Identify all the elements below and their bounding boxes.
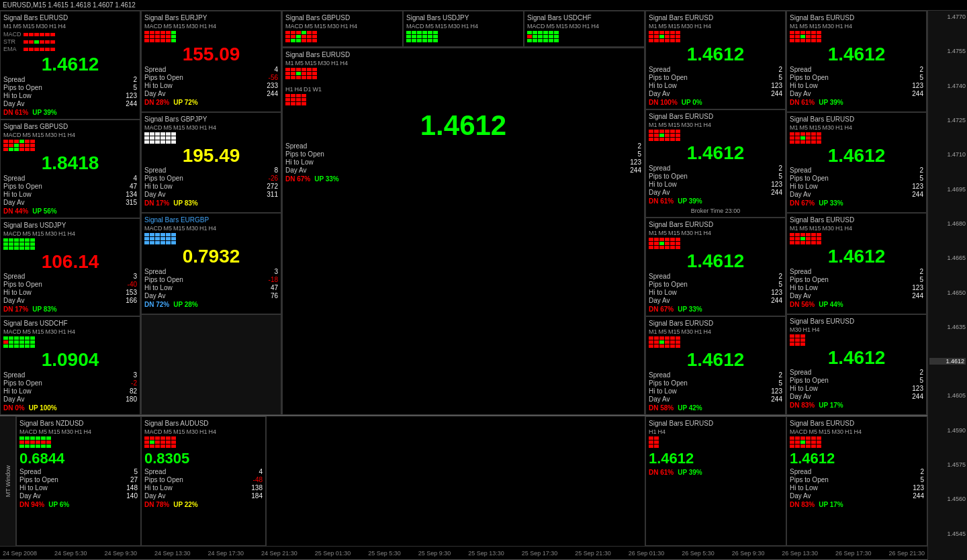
time-label-3: 24 Sep 9:30 [105,550,138,557]
panel-eurgbp: Signal Bars EURGBP MACDM5M15M30H1H4 [141,213,281,314]
scale-1: 1.4770 [929,13,966,20]
price-eurusd-large: 1.4612 [285,109,641,142]
right-sidebar: 1.4770 1.4755 1.4740 1.4725 1.4710 1.469… [927,11,967,560]
scale-11: 1.4605 [929,392,966,399]
panel-title-usdjpy-c: Signal Bars USDJPY [406,14,520,21]
main-container: EURUSD,M15 1.4615 1.4618 1.4607 1.4612 S… [0,0,967,560]
time-label-13: 26 Sep 01:30 [629,550,665,557]
time-label-5: 24 Sep 17:30 [208,550,244,557]
panel-title-eurusd-large: Signal Bars EURUSD [285,51,641,58]
panel-gbpjpy: Signal Bars GBPJPY MACDM5M15M30H1H4 [141,112,281,214]
panel-usdjpy: Signal Bars USDJPY MACDM5M15M30H1H4 [0,218,140,317]
content-area: Signal Bars EURUSD M1M5M15M30H1H4 MACD [0,11,967,560]
panel-title-r1: Signal Bars EURUSD [649,14,782,21]
price-usdjpy: 106.14 [3,252,137,273]
panel-title-audusd: Signal Bars AUDUSD [144,420,263,427]
panel-gbpusd: Signal Bars GBPUSD MACDM5M15M30H1H4 [0,120,140,218]
scale-2: 1.4755 [929,48,966,54]
scale-12: 1.4590 [929,427,966,434]
panel-title-gbpusd-c: Signal Bars GBPUSD [285,14,400,21]
panel-eurusd-r8: Signal Bars EURUSD M30H1H4 [786,314,927,416]
time-label-16: 26 Sep 13:30 [782,550,818,557]
panel-title-eurjpy: Signal Bars EURJPY [144,14,278,21]
time-label-15: 26 Sep 9:30 [732,550,765,557]
chart-panels: Signal Bars EURUSD M1M5M15M30H1H4 MACD [0,11,927,560]
time-label-8: 25 Sep 5:30 [368,550,401,557]
symbol-label: EURUSD,M15 [3,1,46,9]
panel-eurusd-large: Signal Bars EURUSD M1M5M15M30H1H4 [282,48,645,415]
price-eurusd: 1.4612 [3,54,137,75]
panel-title-r3: Signal Bars EURUSD [649,221,782,228]
panel-eurjpy: Signal Bars EURJPY MACDM5M15M30H1H4 [141,11,281,112]
scale-7: 1.4680 [929,220,966,227]
price-r5: 1.4612 [790,44,923,65]
broker-time: Broker Time 23:00 [649,207,782,214]
time-label-7: 25 Sep 01:30 [315,550,351,557]
panel-title-br2: Signal Bars EURUSD [790,420,924,427]
time-label-17: 26 Sep 17:30 [835,550,872,557]
panel-gbpusd-center: Signal Bars GBPUSD MACDM5M15M30H1H4 [282,11,403,47]
scale-3: 1.4740 [929,83,966,89]
time-label-11: 25 Sep 17:30 [522,550,558,557]
price-r8: 1.4612 [790,348,923,369]
panel-title-usdchf: Signal Bars USDCHF [3,320,137,327]
panel-title-r4: Signal Bars EURUSD [649,320,782,327]
price-gbpjpy: 195.49 [144,146,278,167]
scale-5: 1.4710 [929,151,966,158]
price-r2: 1.4612 [649,143,782,164]
scale-9: 1.4650 [929,289,966,296]
scale-13: 1.4575 [929,461,966,468]
panel-eurusd-r4: Signal Bars EURUSD M1M5M15M30H1H4 [645,316,786,415]
panel-title-usdchf-c: Signal Bars USDCHF [527,14,641,21]
price-r4: 1.4612 [649,350,782,371]
panel-eurusd-main: Signal Bars EURUSD M1M5M15M30H1H4 MACD [0,11,140,120]
panel-eurusd-r2: Signal Bars EURUSD M1M5M15M30H1H4 [645,109,786,218]
panel-eurusd-r7: Signal Bars EURUSD M1M5M15M30H1H4 [786,213,927,314]
price-info: 1.4615 1.4618 1.4607 1.4612 [48,1,136,9]
time-label-2: 24 Sep 5:30 [54,550,87,557]
time-label-10: 25 Sep 13:30 [468,550,504,557]
panel-title-r7: Signal Bars EURUSD [790,216,923,224]
scale-10: 1.4635 [929,324,966,330]
price-eurjpy: 155.09 [144,44,278,65]
price-scale: 1.4770 1.4755 1.4740 1.4725 1.4710 1.469… [928,11,967,560]
time-labels: 24 Sep 2008 24 Sep 5:30 24 Sep 9:30 24 S… [3,550,925,557]
time-axis: 24 Sep 2008 24 Sep 5:30 24 Sep 9:30 24 S… [0,546,927,559]
price-nzdusd: 0.6844 [19,450,138,467]
scale-15: 1.4545 [929,530,966,537]
panel-empty1 [141,314,281,416]
price-br2: 1.4612 [790,450,924,467]
time-label-14: 26 Sep 5:30 [682,550,715,557]
scale-14: 1.4560 [929,496,966,502]
panel-eurusd-r3: Signal Bars EURUSD M1M5M15M30H1H4 [645,218,786,316]
panel-audusd: Signal Bars AUDUSD MACDM5M15M30H1H4 [141,416,266,546]
scale-4: 1.4725 [929,117,966,124]
panel-eurusd-br2: Signal Bars EURUSD MACDM5M15M30H1H4 [786,416,927,546]
time-label-1: 24 Sep 2008 [3,550,37,557]
panel-usdchf: Signal Bars USDCHF MACDM5M15M30H1H4 [0,316,140,415]
scale-current: 1.4612 [929,358,966,365]
panel-eurusd-r1: Signal Bars EURUSD M1M5M15M30H1H4 [645,11,786,109]
price-r6: 1.4612 [790,146,923,167]
panel-title-r2: Signal Bars EURUSD [649,113,782,120]
time-label-18: 26 Sep 21:30 [888,550,925,557]
panel-title-r5: Signal Bars EURUSD [790,14,923,21]
time-label-4: 24 Sep 13:30 [154,550,191,557]
panel-title-usdjpy: Signal Bars USDJPY [3,222,137,229]
price-br1: 1.4612 [649,450,783,467]
panel-title-gbpusd: Signal Bars GBPUSD [3,123,137,130]
panel-title-gbpjpy: Signal Bars GBPJPY [144,115,278,123]
time-label-9: 25 Sep 9:30 [418,550,451,557]
panel-usdjpy-center: Signal Bars USDJPY MACDM5M15M30H1H4 [403,11,524,47]
time-label-6: 24 Sep 21:30 [261,550,297,557]
panel-title-br1: Signal Bars EURUSD [649,420,783,427]
panel-title-nzdusd: Signal Bars NZDUSD [19,420,138,427]
time-label-12: 25 Sep 21:30 [575,550,611,557]
price-r7: 1.4612 [790,246,923,267]
panel-eurusd-br1: Signal Bars EURUSD H1H4 [645,416,786,546]
panel-title-r6: Signal Bars EURUSD [790,115,923,123]
scale-6: 1.4695 [929,186,966,193]
panel-title-r8: Signal Bars EURUSD [790,318,923,325]
price-gbpusd: 1.8418 [3,153,137,174]
panel-nzdusd: Signal Bars NZDUSD MACDM5M15M30H1H4 [16,416,141,546]
